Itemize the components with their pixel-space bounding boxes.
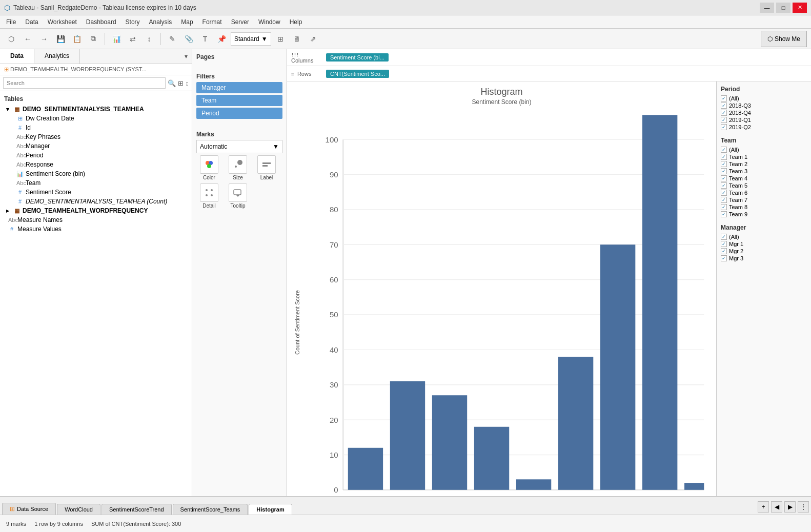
swap-button[interactable]: ⇄: [126, 32, 140, 46]
mgr1-checkbox[interactable]: [721, 241, 727, 247]
size-button[interactable]: Size: [225, 155, 251, 180]
field-id[interactable]: # Id: [0, 123, 192, 132]
field-manager[interactable]: Abc Manager: [0, 141, 192, 151]
analytics-tab[interactable]: Analytics: [34, 49, 80, 64]
period-2018q4[interactable]: 2018-Q4: [721, 109, 807, 116]
panel-tab-dropdown[interactable]: ▾: [185, 49, 192, 64]
mgr2-checkbox[interactable]: [721, 248, 727, 254]
field-count[interactable]: # DEMO_SENTIMENTANALYSIS_TEAMHEA (Count): [0, 197, 192, 206]
period-2019q1[interactable]: 2019-Q1: [721, 116, 807, 124]
team-9[interactable]: Team 9: [721, 211, 807, 218]
team3-checkbox[interactable]: [721, 168, 727, 174]
marks-type-dropdown[interactable]: Automatic ▼: [196, 140, 282, 153]
detail-button[interactable]: Detail: [196, 183, 222, 209]
period-2018q3[interactable]: 2018-Q3: [721, 102, 807, 109]
team-5[interactable]: Team 5: [721, 182, 807, 189]
period-2019q1-checkbox[interactable]: [721, 117, 727, 123]
mgr-1[interactable]: Mgr 1: [721, 240, 807, 248]
back-button[interactable]: ←: [21, 32, 35, 46]
menu-item-file[interactable]: File: [2, 17, 20, 27]
manager-all-checkbox[interactable]: [721, 234, 727, 240]
mgr-3[interactable]: Mgr 3: [721, 255, 807, 262]
team9-checkbox[interactable]: [721, 211, 727, 217]
field-sentiment-score[interactable]: # Sentiment Score: [0, 188, 192, 197]
menu-item-format[interactable]: Format: [198, 17, 226, 27]
menu-item-worksheet[interactable]: Worksheet: [44, 17, 81, 27]
team-2[interactable]: Team 2: [721, 160, 807, 168]
mgr3-checkbox[interactable]: [721, 255, 727, 261]
team1-checkbox[interactable]: [721, 154, 727, 160]
standard-dropdown[interactable]: Standard ▼: [231, 32, 271, 46]
grid-button[interactable]: ⊞: [273, 32, 288, 46]
tab-sentiment-trend[interactable]: SentimentScoreTrend: [102, 504, 172, 515]
menu-item-analysis[interactable]: Analysis: [145, 17, 176, 27]
tab-menu-button[interactable]: ⋮: [798, 501, 809, 513]
duplicate-button[interactable]: ⧉: [86, 32, 100, 46]
share-button[interactable]: ⇗: [306, 32, 320, 46]
team6-checkbox[interactable]: [721, 190, 727, 196]
period-2019q2-checkbox[interactable]: [721, 124, 727, 130]
filter-icon[interactable]: ⊞: [178, 79, 184, 87]
team2-checkbox[interactable]: [721, 161, 727, 167]
close-button[interactable]: ✕: [793, 3, 807, 13]
tab-add-button[interactable]: +: [758, 501, 769, 513]
team-4[interactable]: Team 4: [721, 175, 807, 182]
field-team[interactable]: Abc Team: [0, 178, 192, 188]
menu-item-story[interactable]: Story: [121, 17, 144, 27]
team-3[interactable]: Team 3: [721, 168, 807, 175]
team-all-checkbox[interactable]: [721, 147, 727, 153]
rows-pill[interactable]: CNT(Sentiment Sco...: [326, 70, 389, 78]
team-7[interactable]: Team 7: [721, 196, 807, 203]
tab-data-source[interactable]: ⊞ Data Source: [2, 503, 56, 515]
field-dw-creation-date[interactable]: ⊞ Dw Creation Date: [0, 114, 192, 123]
text-button[interactable]: T: [198, 32, 212, 46]
menu-item-dashboard[interactable]: Dashboard: [82, 17, 120, 27]
menu-item-map[interactable]: Map: [177, 17, 197, 27]
columns-pill[interactable]: Sentiment Score (bi...: [326, 53, 389, 62]
minimize-button[interactable]: —: [760, 3, 774, 13]
filter-team[interactable]: Team: [196, 95, 282, 106]
tab-sentiment-teams[interactable]: SentimentScore_Teams: [173, 504, 248, 515]
desktop-button[interactable]: 🖥: [290, 32, 304, 46]
sort-icon[interactable]: ↕: [186, 79, 189, 87]
search-icon[interactable]: 🔍: [168, 79, 176, 87]
menu-item-window[interactable]: Window: [254, 17, 285, 27]
field-key-phrases[interactable]: Abc Key Phrases: [0, 132, 192, 141]
maximize-button[interactable]: □: [776, 3, 790, 13]
team-8[interactable]: Team 8: [721, 203, 807, 211]
field-response[interactable]: Abc Response: [0, 160, 192, 169]
table1-group[interactable]: ▾ ▦ DEMO_SENTIMENTANALYSIS_TEAMHEA: [0, 105, 192, 114]
team5-checkbox[interactable]: [721, 182, 727, 189]
measure-names[interactable]: Abc Measure Names: [0, 215, 192, 224]
tab-histogram[interactable]: Histogram: [249, 504, 292, 515]
chart-button[interactable]: 📊: [109, 32, 124, 46]
team-1[interactable]: Team 1: [721, 153, 807, 160]
menu-item-data[interactable]: Data: [21, 17, 42, 27]
period-2018q3-checkbox[interactable]: [721, 103, 727, 109]
measure-values[interactable]: # Measure Values: [0, 224, 192, 234]
pen-button[interactable]: ✎: [165, 32, 179, 46]
field-sentiment-bin[interactable]: 📊 Sentiment Score (bin): [0, 169, 192, 178]
team4-checkbox[interactable]: [721, 175, 727, 181]
tooltip-button[interactable]: Tooltip: [225, 183, 251, 209]
forward-button[interactable]: →: [37, 32, 51, 46]
home-button[interactable]: ⬡: [4, 32, 18, 46]
period-all[interactable]: (All): [721, 95, 807, 102]
team8-checkbox[interactable]: [721, 204, 727, 210]
period-2018q4-checkbox[interactable]: [721, 110, 727, 116]
tab-next-button[interactable]: ▶: [784, 501, 796, 513]
menu-item-help[interactable]: Help: [286, 17, 307, 27]
mgr-2[interactable]: Mgr 2: [721, 248, 807, 255]
table2-group[interactable]: ▸ ▦ DEMO_TEAMHEALTH_WORDFREQUENCY: [0, 206, 192, 215]
manager-all[interactable]: (All): [721, 233, 807, 240]
filter-manager[interactable]: Manager: [196, 82, 282, 93]
period-all-checkbox[interactable]: [721, 95, 727, 101]
sort-button[interactable]: ↕: [142, 32, 156, 46]
search-input[interactable]: [3, 77, 166, 89]
team-6[interactable]: Team 6: [721, 189, 807, 196]
show-me-button[interactable]: ⬡ Show Me: [761, 31, 807, 47]
save-button[interactable]: 💾: [53, 32, 68, 46]
period-2019q2[interactable]: 2019-Q2: [721, 124, 807, 131]
tab-wordcloud[interactable]: WordCloud: [57, 504, 100, 515]
menu-item-server[interactable]: Server: [227, 17, 253, 27]
